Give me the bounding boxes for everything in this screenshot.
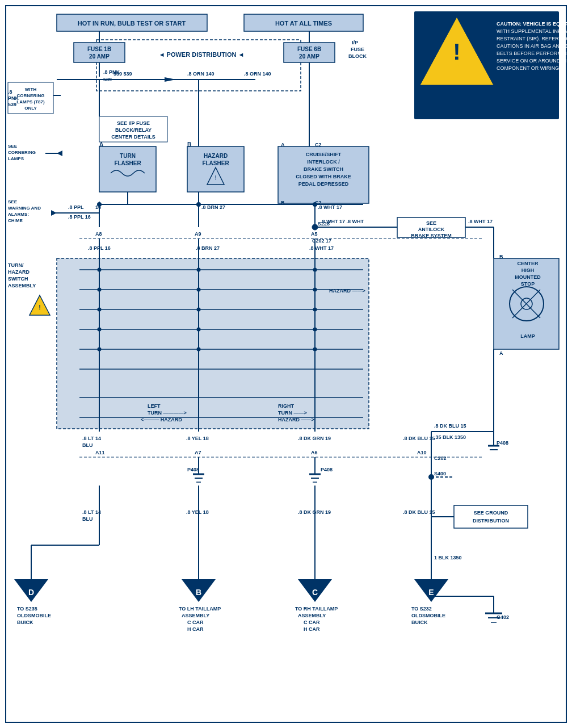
svg-text:C: C — [312, 588, 318, 597]
svg-text:SEE I/P FUSE: SEE I/P FUSE — [117, 120, 150, 126]
svg-text:C CAR: C CAR — [304, 620, 320, 625]
svg-text:.8 LT: .8 LT — [82, 436, 94, 441]
svg-text:WITH: WITH — [25, 87, 37, 92]
svg-text:CORNERING: CORNERING — [8, 150, 36, 155]
svg-text:DISTRIBUTION: DISTRIBUTION — [473, 518, 509, 524]
svg-text:B: B — [499, 254, 503, 260]
svg-text:TURN/: TURN/ — [8, 262, 24, 268]
svg-text:I/P: I/P — [352, 40, 358, 45]
svg-text:◄ POWER DISTRIBUTION ◄: ◄ POWER DISTRIBUTION ◄ — [159, 51, 245, 58]
svg-text:SEE GROUND: SEE GROUND — [474, 510, 508, 516]
svg-text:BLOCK/RELAY: BLOCK/RELAY — [115, 127, 152, 133]
svg-text:BUICK: BUICK — [411, 620, 428, 625]
svg-text:CENTER DETAILS: CENTER DETAILS — [111, 134, 155, 140]
svg-text:FLASHER: FLASHER — [202, 160, 229, 166]
svg-text:BLOCK: BLOCK — [348, 53, 367, 59]
svg-text:MOUNTED: MOUNTED — [515, 274, 541, 280]
svg-text:B: B — [196, 588, 201, 597]
svg-text:.8 LT: .8 LT — [82, 509, 94, 515]
svg-text:539   539: 539 539 — [113, 71, 132, 77]
svg-text:HAZARD: HAZARD — [204, 153, 228, 159]
svg-text:CAUTION: VEHICLE IS EQUIPPED: CAUTION: VEHICLE IS EQUIPPED — [497, 21, 572, 27]
svg-text:LAMPS (T87): LAMPS (T87) — [16, 99, 45, 104]
svg-text:A6: A6 — [311, 450, 318, 455]
svg-text:CENTER: CENTER — [517, 261, 539, 266]
svg-text:14: 14 — [95, 436, 101, 441]
svg-text:C2: C2 — [315, 142, 322, 148]
svg-text:B: B — [187, 141, 191, 148]
svg-text:BRAKE SYSTEM: BRAKE SYSTEM — [411, 233, 452, 239]
svg-text:INTERLOCK /: INTERLOCK / — [307, 159, 340, 165]
svg-text:RESTRAINT (SIR). REFER TO: RESTRAINT (SIR). REFER TO — [497, 36, 567, 41]
svg-text:CHIME: CHIME — [8, 218, 23, 223]
svg-text:BELTS BEFORE PERFORMING: BELTS BEFORE PERFORMING — [497, 51, 571, 56]
svg-text:.8 DK GRN  19: .8 DK GRN 19 — [298, 509, 331, 515]
svg-text:ASSEMBLY: ASSEMBLY — [182, 613, 209, 618]
svg-text:HOT AT ALL TIMES: HOT AT ALL TIMES — [275, 20, 332, 27]
svg-point-93 — [97, 202, 102, 207]
svg-text:A5: A5 — [311, 231, 318, 237]
svg-text:G402: G402 — [497, 614, 509, 620]
svg-text:A10: A10 — [417, 450, 427, 455]
svg-text:CRUISE/SHIFT: CRUISE/SHIFT — [306, 152, 342, 157]
svg-text:HAZARD ——>: HAZARD ——> — [329, 288, 365, 294]
svg-text:HAZARD: HAZARD — [8, 269, 30, 275]
svg-text:TO LH TAILLAMP: TO LH TAILLAMP — [179, 606, 221, 612]
svg-rect-121 — [57, 258, 369, 429]
svg-text:TO S235: TO S235 — [17, 606, 37, 612]
svg-text:STOP: STOP — [521, 281, 535, 287]
svg-text:P408: P408 — [321, 467, 333, 472]
svg-text:.8 WHT  17  .8 WHT: .8 WHT 17 .8 WHT — [321, 219, 364, 224]
svg-text:HIGH: HIGH — [521, 267, 535, 273]
svg-text:FLASHER: FLASHER — [114, 160, 141, 166]
svg-text:⚠: ⚠ — [454, 62, 460, 69]
svg-text:.8 ORN   140: .8 ORN 140 — [244, 71, 271, 77]
svg-text:S400: S400 — [434, 471, 446, 476]
svg-text:LAMPS: LAMPS — [8, 156, 24, 161]
svg-text:ALARMS:: ALARMS: — [8, 212, 29, 217]
svg-point-98 — [313, 202, 317, 207]
svg-text:BUICK: BUICK — [17, 620, 33, 625]
svg-text:.8 BRN  27: .8 BRN 27 — [201, 204, 225, 210]
svg-text:.8 PPL: .8 PPL — [68, 204, 84, 210]
svg-text:.8 YEL  18: .8 YEL 18 — [186, 509, 209, 515]
svg-text:!: ! — [39, 304, 41, 311]
svg-text:LAMP: LAMP — [520, 333, 535, 339]
svg-text:SEE: SEE — [426, 220, 436, 226]
svg-text:WARNING AND: WARNING AND — [8, 206, 41, 211]
wiring-diagram: ! ⚠ CAUTION: VEHICLE IS EQUIPPED WITH SU… — [0, 0, 572, 728]
svg-text:ONLY: ONLY — [24, 106, 37, 111]
svg-text:20 AMP: 20 AMP — [299, 53, 319, 60]
svg-text:COMPONENT OR WIRING.: COMPONENT OR WIRING. — [497, 65, 561, 71]
svg-text:TURN: TURN — [120, 153, 136, 159]
svg-text:FUSE: FUSE — [351, 47, 364, 52]
svg-text:20 AMP: 20 AMP — [89, 53, 110, 60]
svg-text:OLDSMOBILE: OLDSMOBILE — [17, 613, 51, 618]
svg-text:.8 YEL  18: .8 YEL 18 — [186, 436, 209, 441]
svg-text:HAZARD ——>: HAZARD ——> — [278, 417, 314, 422]
svg-text:A: A — [281, 142, 285, 148]
svg-text:WITH SUPPLEMENTAL INFLATABLE: WITH SUPPLEMENTAL INFLATABLE — [497, 28, 572, 34]
svg-text:!: ! — [453, 39, 460, 64]
svg-text:OLDSMOBILE: OLDSMOBILE — [411, 613, 445, 618]
svg-text:14: 14 — [95, 509, 101, 515]
svg-text:<——— HAZARD: <——— HAZARD — [141, 417, 182, 422]
svg-text:A9: A9 — [195, 231, 201, 237]
svg-text:.8 PPL  16: .8 PPL 16 — [68, 214, 91, 220]
svg-text:SEE: SEE — [8, 144, 18, 149]
svg-text:CAUTIONS IN AIR BAG AND SEAT: CAUTIONS IN AIR BAG AND SEAT — [497, 43, 572, 49]
svg-text:SERVICE ON OR AROUND SIR: SERVICE ON OR AROUND SIR — [497, 58, 570, 64]
svg-text:.8 DK GRN  19: .8 DK GRN 19 — [298, 436, 331, 441]
svg-text:CORNERING: CORNERING — [17, 93, 45, 98]
svg-text:.8 BRN  27: .8 BRN 27 — [196, 245, 220, 251]
svg-text:.8 ORN   140: .8 ORN 140 — [187, 71, 214, 77]
svg-text:TURN ————>: TURN ————> — [148, 410, 187, 416]
svg-text:H CAR: H CAR — [304, 626, 320, 632]
svg-text:PNK: PNK — [8, 95, 19, 101]
svg-text:.8 WHT  17: .8 WHT 17 — [318, 204, 342, 210]
svg-text:CLOSED WITH BRAKE: CLOSED WITH BRAKE — [296, 174, 351, 179]
svg-text:A: A — [99, 141, 103, 148]
svg-text:BRAKE SWITCH: BRAKE SWITCH — [304, 166, 343, 172]
svg-text:A8: A8 — [95, 231, 102, 237]
svg-text:SWITCH: SWITCH — [8, 276, 28, 282]
